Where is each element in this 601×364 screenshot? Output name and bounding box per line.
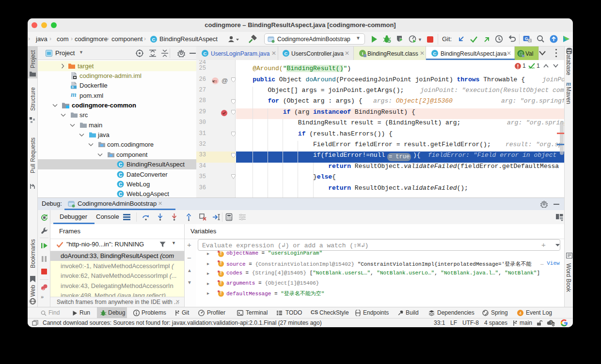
svg-text:C: C: [204, 51, 207, 56]
svg-text:4: 4: [519, 311, 522, 316]
svg-text:C: C: [119, 172, 122, 178]
svg-text:m: m: [566, 80, 571, 87]
svg-text:C: C: [119, 162, 122, 167]
svg-text:I: I: [362, 51, 364, 56]
svg-text:C: C: [285, 51, 288, 56]
svg-text:文: 文: [528, 39, 532, 43]
svg-text:C: C: [119, 192, 122, 197]
svg-text:C: C: [433, 51, 437, 56]
svg-text:C: C: [119, 182, 122, 187]
svg-text:?: ?: [550, 321, 552, 324]
svg-text:D: D: [72, 86, 74, 89]
svg-text:C: C: [152, 37, 156, 42]
